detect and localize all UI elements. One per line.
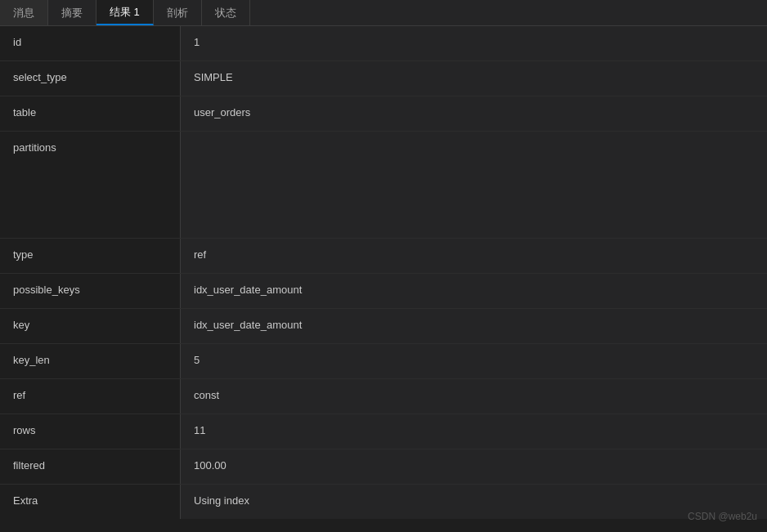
content-area: id1select_typeSIMPLEtableuser_orderspart… (0, 26, 767, 532)
row-label: key (0, 309, 180, 343)
tab-status[interactable]: 状态 (202, 0, 250, 25)
tab-messages[interactable]: 消息 (0, 0, 48, 25)
row-value: 5 (180, 344, 767, 378)
table-row: partitions (0, 132, 767, 239)
row-value: idx_user_date_amount (180, 274, 767, 308)
row-label: Extra (0, 485, 180, 519)
row-value: ref (180, 239, 767, 273)
row-value: SIMPLE (180, 61, 767, 96)
table-row: ExtraUsing index (0, 485, 767, 519)
watermark: CSDN @web2u (688, 511, 757, 522)
row-label: type (0, 239, 180, 273)
table-row: rows11 (0, 414, 767, 449)
table-row: id1 (0, 26, 767, 61)
row-value (180, 132, 767, 238)
row-label: key_len (0, 344, 180, 378)
row-label: ref (0, 379, 180, 414)
table-row: possible_keysidx_user_date_amount (0, 274, 767, 309)
row-label: partitions (0, 132, 180, 238)
row-label: select_type (0, 61, 180, 96)
table-row: filtered100.00 (0, 449, 767, 485)
tab-analysis[interactable]: 剖析 (154, 0, 202, 25)
row-value: 1 (180, 26, 767, 60)
row-value: Using index (180, 485, 767, 519)
row-label: filtered (0, 449, 180, 484)
table-row: key_len5 (0, 344, 767, 379)
row-value: 11 (180, 414, 767, 449)
table-row: refconst (0, 379, 767, 414)
row-label: id (0, 26, 180, 60)
row-value: idx_user_date_amount (180, 309, 767, 343)
row-value: user_orders (180, 96, 767, 131)
table-row: tableuser_orders (0, 96, 767, 132)
row-value: 100.00 (180, 449, 767, 484)
row-label: rows (0, 414, 180, 449)
row-label: possible_keys (0, 274, 180, 308)
table-row: typeref (0, 239, 767, 274)
tab-bar: 消息摘要结果 1剖析状态 (0, 0, 767, 26)
table-row: keyidx_user_date_amount (0, 309, 767, 344)
tab-result1[interactable]: 结果 1 (96, 0, 154, 25)
row-label: table (0, 96, 180, 131)
tab-summary[interactable]: 摘要 (48, 0, 96, 25)
table-row: select_typeSIMPLE (0, 61, 767, 96)
row-value: const (180, 379, 767, 414)
